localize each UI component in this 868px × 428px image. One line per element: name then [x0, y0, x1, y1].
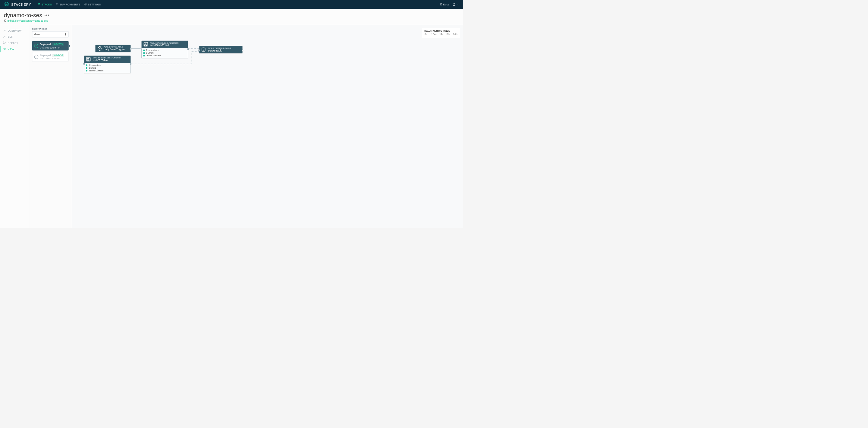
- user-menu[interactable]: [453, 2, 459, 7]
- metrics-panel: HEALTH METRICS RANGE 5m 15m 1h 12h 24h: [422, 28, 460, 38]
- top-nav: STACKERY STACKS ENVIRONMENTS SETTINGS: [0, 0, 463, 9]
- nav-stacks[interactable]: STACKS: [38, 3, 52, 6]
- node-server-table[interactable]: AWS::DYNAMODB::TABLE ServerTable: [199, 46, 243, 54]
- env-selected: demo: [34, 33, 41, 36]
- metric-text: 264ms Duration: [146, 55, 161, 57]
- deploy-status: Deployed: [40, 54, 51, 57]
- eye-icon: [3, 47, 6, 51]
- dynamodb-icon: [201, 47, 206, 52]
- metric-dot-icon: [86, 67, 87, 69]
- metric-dot-icon: [143, 50, 145, 51]
- docs-link[interactable]: Docs: [440, 3, 449, 6]
- output-port[interactable]: [187, 48, 189, 50]
- metric-dot-icon: [86, 70, 87, 71]
- nav-right: Docs: [440, 2, 459, 7]
- env-select[interactable]: demo ▲▼: [32, 31, 69, 37]
- deploy-timestamp: 04/10/19 12:54 PM: [40, 46, 64, 49]
- range-15m[interactable]: 15m: [431, 33, 436, 36]
- metric-text: 1 Invocations: [146, 49, 158, 52]
- logo[interactable]: STACKERY: [4, 1, 31, 7]
- output-port[interactable]: [242, 50, 243, 51]
- input-port[interactable]: [83, 63, 85, 65]
- deployment-card[interactable]: Deployed 489cb0d 04/10/19 12:37 PM: [32, 52, 69, 61]
- svg-point-1: [454, 3, 455, 4]
- svg-point-2: [4, 48, 5, 49]
- range-5m[interactable]: 5m: [424, 33, 428, 36]
- deploy-hash: 489cb0d: [52, 54, 64, 57]
- node-name: dailyEmailTrigger: [104, 48, 125, 51]
- chevron-down-icon: [457, 3, 459, 6]
- send-icon: [3, 41, 6, 45]
- check-icon: [34, 44, 38, 48]
- metric-text: 0 Errors: [146, 52, 154, 54]
- tab-label: EDIT: [8, 36, 13, 38]
- metrics-label: HEALTH METRICS RANGE: [424, 30, 457, 32]
- canvas[interactable]: HEALTH METRICS RANGE 5m 15m 1h 12h 24h: [72, 25, 463, 228]
- tab-view[interactable]: VIEW: [0, 46, 29, 52]
- output-port[interactable]: [130, 48, 131, 50]
- env-panel: ENVIRONMENT demo ▲▼ Deployed d65e703 04/…: [29, 25, 72, 228]
- svg-point-0: [85, 4, 86, 4]
- tab-overview[interactable]: OVERVIEW: [0, 28, 29, 34]
- input-port[interactable]: [198, 50, 200, 51]
- metric-dot-icon: [86, 64, 87, 66]
- node-daily-email-trigger[interactable]: AWS::EVENTS::RULE dailyEmailTrigger: [95, 45, 130, 53]
- stackery-logo-icon: [4, 1, 9, 7]
- left-tabs: OVERVIEW EDIT DEPLOY VIEW: [0, 25, 29, 228]
- input-port[interactable]: [141, 48, 142, 50]
- select-arrows-icon: ▲▼: [64, 33, 66, 36]
- check-icon: [34, 55, 38, 59]
- code-icon: [56, 3, 59, 6]
- page-title: dynamo-to-ses: [4, 12, 42, 19]
- node-write-to-table[interactable]: AWS::SERVERLESS::FUNCTION writeToTable 1…: [84, 56, 131, 73]
- deploy-status: Deployed: [40, 43, 51, 46]
- env-label: ENVIRONMENT: [32, 28, 69, 30]
- tab-label: OVERVIEW: [8, 30, 22, 33]
- logo-text: STACKERY: [11, 3, 31, 6]
- deploy-timestamp: 04/10/19 12:37 PM: [40, 57, 64, 60]
- nav-environments[interactable]: ENVIRONMENTS: [56, 3, 81, 6]
- overview-icon: [3, 29, 6, 33]
- nav-settings[interactable]: SETTINGS: [84, 3, 101, 6]
- stacks-icon: [38, 3, 41, 6]
- github-icon: [4, 19, 7, 23]
- docs-label: Docs: [443, 3, 449, 6]
- main-area: OVERVIEW EDIT DEPLOY VIEW ENVIRONMENT de…: [0, 25, 463, 228]
- node-name: ServerTable: [208, 49, 231, 52]
- lambda-icon: [86, 57, 91, 62]
- metric-text: 1 Invocations: [89, 64, 101, 66]
- page-header: dynamo-to-ses ••• github.com/stackery/dy…: [0, 9, 463, 25]
- node-name: sendDailyEmail: [150, 44, 179, 47]
- range-12h[interactable]: 12h: [445, 33, 450, 36]
- tab-edit[interactable]: EDIT: [0, 34, 29, 40]
- more-menu-icon[interactable]: •••: [44, 13, 50, 18]
- deployment-card[interactable]: Deployed d65e703 04/10/19 12:54 PM: [32, 41, 69, 50]
- lambda-icon: [143, 42, 148, 47]
- tab-label: VIEW: [8, 47, 14, 51]
- metric-dot-icon: [143, 55, 145, 56]
- output-port[interactable]: [130, 63, 131, 65]
- range-1h[interactable]: 1h: [439, 33, 443, 36]
- metric-text: 818ms Duration: [89, 69, 103, 72]
- clock-icon: [97, 46, 102, 51]
- repo-link[interactable]: github.com/stackery/dynamo-to-ses: [4, 19, 459, 23]
- node-name: writeToTable: [93, 59, 121, 62]
- tab-label: DEPLOY: [8, 41, 19, 44]
- user-icon: [453, 2, 456, 7]
- gear-icon: [84, 3, 87, 6]
- node-send-daily-email[interactable]: AWS::SERVERLESS::FUNCTION sendDailyEmail…: [141, 41, 188, 58]
- pencil-icon: [3, 35, 6, 39]
- doc-icon: [440, 3, 442, 6]
- nav-label: SETTINGS: [88, 3, 101, 6]
- deploy-hash: d65e703: [52, 43, 64, 46]
- tab-deploy[interactable]: DEPLOY: [0, 40, 29, 46]
- metric-dot-icon: [143, 52, 145, 54]
- nav-items: STACKS ENVIRONMENTS SETTINGS: [38, 3, 440, 6]
- range-24h[interactable]: 24h: [453, 33, 458, 36]
- repo-url: github.com/stackery/dynamo-to-ses: [7, 20, 48, 23]
- nav-label: STACKS: [41, 3, 52, 6]
- metric-text: 0 Errors: [89, 67, 96, 69]
- nav-label: ENVIRONMENTS: [60, 3, 81, 6]
